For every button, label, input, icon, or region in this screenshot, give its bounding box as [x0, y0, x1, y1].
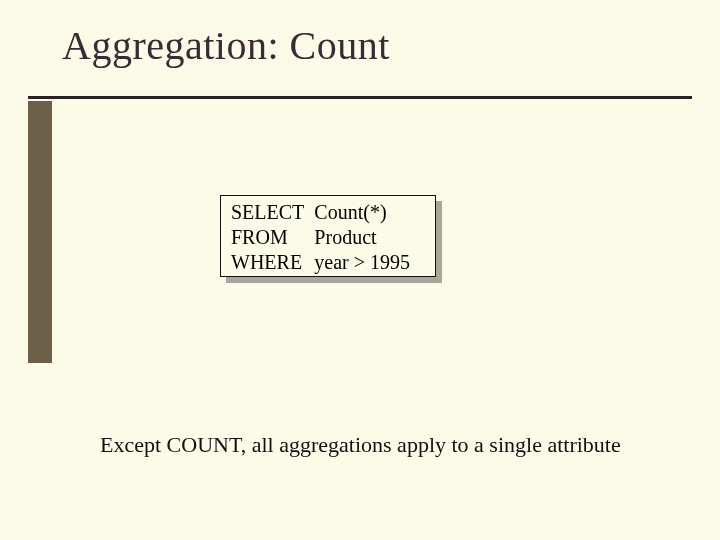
title-underline-rule: [28, 96, 692, 99]
code-row: SELECT Count(*): [231, 200, 410, 225]
sql-code-table: SELECT Count(*) FROM Product WHERE year …: [231, 200, 410, 275]
sql-code-box: SELECT Count(*) FROM Product WHERE year …: [220, 195, 436, 277]
footer-note: Except COUNT, all aggregations apply to …: [100, 432, 621, 458]
left-accent-block: [28, 101, 52, 363]
sql-keyword: SELECT: [231, 200, 314, 225]
slide-title: Aggregation: Count: [62, 22, 390, 69]
sql-rest: year > 1995: [314, 250, 410, 275]
sql-keyword: WHERE: [231, 250, 314, 275]
code-row: FROM Product: [231, 225, 410, 250]
sql-keyword: FROM: [231, 225, 314, 250]
sql-rest: Count(*): [314, 200, 410, 225]
slide: Aggregation: Count SELECT Count(*) FROM …: [0, 0, 720, 540]
code-row: WHERE year > 1995: [231, 250, 410, 275]
sql-rest: Product: [314, 225, 410, 250]
